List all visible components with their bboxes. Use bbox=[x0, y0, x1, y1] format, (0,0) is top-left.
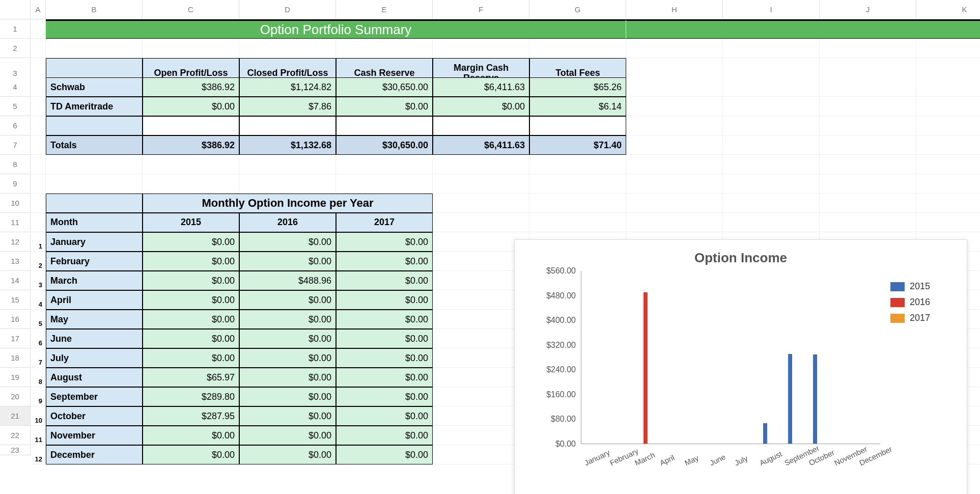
totals-value: $1,132.68 bbox=[239, 135, 336, 155]
row-header-17[interactable]: 17 bbox=[0, 329, 31, 348]
row-index: 3 bbox=[31, 271, 46, 290]
col-header-F[interactable]: F bbox=[433, 0, 529, 19]
monthly-value: $0.00 bbox=[239, 310, 336, 329]
totals-value: $386.92 bbox=[143, 135, 239, 155]
totals-value: $30,650.00 bbox=[336, 135, 433, 155]
col-header-I[interactable]: I bbox=[723, 0, 820, 19]
monthly-col-header: Month bbox=[46, 213, 143, 232]
monthly-value: $0.00 bbox=[336, 348, 433, 368]
summary-value: $7.86 bbox=[239, 97, 336, 116]
row-header-15[interactable]: 15 bbox=[0, 290, 31, 310]
row-header-13[interactable]: 13 bbox=[0, 252, 31, 271]
summary-value: $0.00 bbox=[336, 97, 433, 116]
row-header-12[interactable]: 12 bbox=[0, 232, 31, 252]
legend-item: 2016 bbox=[890, 297, 957, 308]
month-label: September bbox=[46, 387, 143, 406]
col-header-J[interactable]: J bbox=[820, 0, 916, 19]
monthly-value: $287.95 bbox=[143, 406, 239, 426]
month-label: May bbox=[46, 310, 143, 329]
monthly-col-header: 2017 bbox=[336, 213, 433, 232]
month-label: December bbox=[46, 445, 143, 464]
x-label: May bbox=[683, 453, 700, 464]
select-all-corner[interactable] bbox=[0, 0, 31, 19]
row-header-21[interactable]: 21 bbox=[0, 406, 31, 426]
monthly-value: $0.00 bbox=[336, 426, 433, 445]
row-header-10[interactable]: 10 bbox=[0, 194, 31, 213]
row-header-8[interactable]: 8 bbox=[0, 155, 31, 174]
monthly-value: $0.00 bbox=[143, 426, 239, 445]
row-index: 5 bbox=[31, 310, 46, 329]
row-header-18[interactable]: 18 bbox=[0, 348, 31, 368]
broker-label: TD Ameritrade bbox=[46, 97, 143, 116]
month-label: November bbox=[46, 426, 143, 445]
monthly-value: $0.00 bbox=[239, 368, 336, 387]
month-label: June bbox=[46, 329, 143, 348]
x-label: April bbox=[658, 453, 676, 464]
row-header-19[interactable]: 19 bbox=[0, 368, 31, 387]
monthly-value: $0.00 bbox=[336, 368, 433, 387]
col-header-E[interactable]: E bbox=[336, 0, 433, 19]
option-income-chart[interactable]: Option Income $0.00$80.00$160.00$240.00$… bbox=[514, 239, 967, 464]
col-header-C[interactable]: C bbox=[143, 0, 239, 19]
broker-label: Schwab bbox=[46, 77, 143, 97]
monthly-value: $65.97 bbox=[143, 368, 239, 387]
row-index: 12 bbox=[31, 445, 46, 464]
totals-label: Totals bbox=[46, 135, 143, 155]
row-index: 9 bbox=[31, 387, 46, 406]
monthly-value: $0.00 bbox=[336, 445, 433, 464]
monthly-title: Monthly Option Income per Year bbox=[143, 194, 433, 213]
monthly-value: $0.00 bbox=[239, 406, 336, 426]
monthly-value: $0.00 bbox=[239, 329, 336, 348]
legend-label: 2017 bbox=[910, 313, 930, 323]
summary-value: $386.92 bbox=[143, 77, 239, 97]
row-header-23[interactable]: 23 bbox=[0, 445, 31, 455]
row-header-7[interactable]: 7 bbox=[0, 135, 31, 155]
row-header-5[interactable]: 5 bbox=[0, 97, 31, 116]
monthly-value: $0.00 bbox=[336, 329, 433, 348]
monthly-value: $0.00 bbox=[239, 290, 336, 310]
y-tick: $80.00 bbox=[525, 415, 576, 424]
col-header-G[interactable]: G bbox=[529, 0, 626, 19]
x-label: August bbox=[758, 449, 783, 464]
monthly-value: $0.00 bbox=[143, 271, 239, 290]
monthly-value: $0.00 bbox=[336, 406, 433, 426]
row-index: 1 bbox=[31, 232, 46, 252]
row-header-6[interactable]: 6 bbox=[0, 116, 31, 135]
row-header-16[interactable]: 16 bbox=[0, 310, 31, 329]
monthly-value: $0.00 bbox=[143, 232, 239, 252]
col-header-A[interactable]: A bbox=[31, 0, 46, 19]
monthly-value: $0.00 bbox=[239, 232, 336, 252]
month-label: April bbox=[46, 290, 143, 310]
row-index: 2 bbox=[31, 252, 46, 271]
row-header-11[interactable]: 11 bbox=[0, 213, 31, 232]
row-header-4[interactable]: 4 bbox=[0, 77, 31, 97]
legend-label: 2016 bbox=[910, 297, 930, 308]
monthly-value: $0.00 bbox=[336, 271, 433, 290]
row-header-2[interactable]: 2 bbox=[0, 39, 31, 58]
totals-value: $6,411.63 bbox=[433, 135, 529, 155]
chart-title: Option Income bbox=[525, 250, 957, 266]
col-header-K[interactable]: K bbox=[916, 0, 980, 19]
monthly-value: $488.96 bbox=[239, 271, 336, 290]
chart-bar bbox=[643, 292, 648, 444]
row-header-20[interactable]: 20 bbox=[0, 387, 31, 406]
legend-item: 2015 bbox=[890, 281, 957, 292]
monthly-value: $289.80 bbox=[143, 387, 239, 406]
row-index: 7 bbox=[31, 348, 46, 368]
monthly-value: $0.00 bbox=[336, 290, 433, 310]
row-header-9[interactable]: 9 bbox=[0, 174, 31, 194]
month-label: July bbox=[46, 348, 143, 368]
row-header-22[interactable]: 22 bbox=[0, 426, 31, 445]
col-header-H[interactable]: H bbox=[626, 0, 723, 19]
legend-label: 2015 bbox=[910, 281, 930, 292]
summary-value: $6,411.63 bbox=[433, 77, 529, 97]
col-header-D[interactable]: D bbox=[239, 0, 336, 19]
row-header-14[interactable]: 14 bbox=[0, 271, 31, 290]
summary-value: $1,124.82 bbox=[239, 77, 336, 97]
row-header-1[interactable]: 1 bbox=[0, 19, 31, 39]
month-label: October bbox=[46, 406, 143, 426]
monthly-value: $0.00 bbox=[143, 445, 239, 464]
legend-item: 2017 bbox=[890, 313, 957, 323]
x-label: July bbox=[733, 454, 749, 464]
col-header-B[interactable]: B bbox=[46, 0, 143, 19]
